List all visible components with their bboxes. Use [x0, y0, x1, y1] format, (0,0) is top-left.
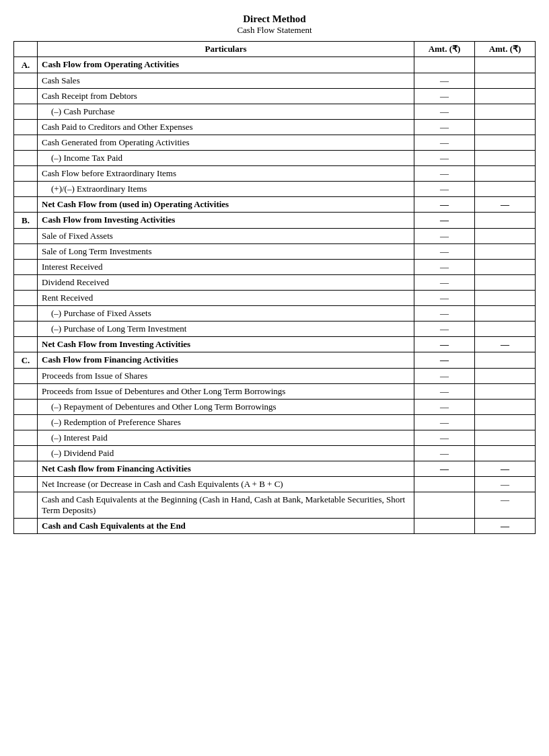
table-row: Net Cash flow from Financing Activities—…: [14, 461, 536, 477]
particulars-cell: (–) Purchase of Long Term Investment: [38, 322, 414, 337]
amt2-cell: —: [475, 492, 536, 519]
index-cell: [14, 275, 38, 291]
table-row: Interest Received—: [14, 260, 536, 275]
index-cell: B.: [14, 213, 38, 229]
table-row: (+)/(–) Extraordinary Items—: [14, 182, 536, 197]
particulars-cell: (–) Purchase of Fixed Assets: [38, 306, 414, 322]
index-cell: [14, 400, 38, 415]
particulars-cell: Cash Flow from Operating Activities: [38, 57, 414, 73]
particulars-cell: Cash Flow from Financing Activities: [38, 352, 414, 369]
index-cell: [14, 306, 38, 322]
particulars-cell: (–) Income Tax Paid: [38, 151, 414, 166]
particulars-cell: (+)/(–) Extraordinary Items: [38, 182, 414, 197]
amt2-cell: —: [475, 519, 536, 534]
table-row: Proceeds from Issue of Shares—: [14, 369, 536, 384]
index-cell: [14, 244, 38, 260]
amt2-cell: —: [475, 197, 536, 213]
index-cell: [14, 430, 38, 446]
amt2-cell: [475, 89, 536, 104]
header-index: [14, 42, 38, 57]
table-row: (–) Dividend Paid—: [14, 446, 536, 461]
particulars-cell: Net Cash flow from Financing Activities: [38, 461, 414, 477]
amt2-cell: [475, 57, 536, 73]
amt2-cell: [475, 352, 536, 369]
amt1-cell: —: [414, 89, 475, 104]
header-particulars: Particulars: [38, 42, 414, 57]
index-cell: [14, 369, 38, 384]
table-row: Proceeds from Issue of Debentures and Ot…: [14, 384, 536, 400]
amt1-cell: [414, 492, 475, 519]
amt1-cell: —: [414, 213, 475, 229]
amt2-cell: [475, 400, 536, 415]
table-row: Cash Flow before Extraordinary Items—: [14, 166, 536, 182]
index-cell: [14, 89, 38, 104]
table-row: Net Cash Flow from (used in) Operating A…: [14, 197, 536, 213]
particulars-cell: Sale of Fixed Assets: [38, 229, 414, 244]
amt1-cell: —: [414, 73, 475, 89]
amt2-cell: —: [475, 477, 536, 492]
particulars-cell: (–) Redemption of Preference Shares: [38, 415, 414, 430]
amt2-cell: [475, 229, 536, 244]
amt2-cell: —: [475, 337, 536, 352]
particulars-cell: Proceeds from Issue of Shares: [38, 369, 414, 384]
particulars-cell: Cash Paid to Creditors and Other Expense…: [38, 120, 414, 135]
amt1-cell: —: [414, 104, 475, 120]
amt1-cell: —: [414, 400, 475, 415]
index-cell: [14, 151, 38, 166]
index-cell: [14, 229, 38, 244]
amt1-cell: —: [414, 260, 475, 275]
header-amt1: Amt. (₹): [414, 42, 475, 57]
particulars-cell: Cash Receipt from Debtors: [38, 89, 414, 104]
amt2-cell: [475, 213, 536, 229]
table-row: Cash Paid to Creditors and Other Expense…: [14, 120, 536, 135]
amt1-cell: —: [414, 352, 475, 369]
table-row: Dividend Received—: [14, 275, 536, 291]
table-row: (–) Repayment of Debentures and Other Lo…: [14, 400, 536, 415]
amt2-cell: [475, 151, 536, 166]
particulars-cell: (–) Cash Purchase: [38, 104, 414, 120]
amt1-cell: —: [414, 229, 475, 244]
table-row: B.Cash Flow from Investing Activities—: [14, 213, 536, 229]
index-cell: [14, 322, 38, 337]
index-cell: A.: [14, 57, 38, 73]
index-cell: [14, 182, 38, 197]
particulars-cell: (–) Dividend Paid: [38, 446, 414, 461]
particulars-cell: Cash and Cash Equivalents at the Beginni…: [38, 492, 414, 519]
table-row: Net Cash Flow from Investing Activities—…: [14, 337, 536, 352]
amt1-cell: —: [414, 322, 475, 337]
index-cell: [14, 337, 38, 352]
amt1-cell: —: [414, 197, 475, 213]
particulars-cell: Sale of Long Term Investments: [38, 244, 414, 260]
particulars-cell: Interest Received: [38, 260, 414, 275]
amt1-cell: [414, 519, 475, 534]
index-cell: [14, 260, 38, 275]
amt1-cell: —: [414, 182, 475, 197]
amt1-cell: —: [414, 151, 475, 166]
amt1-cell: —: [414, 291, 475, 306]
amt2-cell: [475, 369, 536, 384]
header-amt2: Amt. (₹): [475, 42, 536, 57]
amt2-cell: —: [475, 461, 536, 477]
amt2-cell: [475, 182, 536, 197]
table-row: Cash and Cash Equivalents at the End—: [14, 519, 536, 534]
index-cell: [14, 73, 38, 89]
amt1-cell: —: [414, 415, 475, 430]
amt1-cell: —: [414, 275, 475, 291]
index-cell: [14, 461, 38, 477]
amt2-cell: [475, 306, 536, 322]
particulars-cell: Cash Flow before Extraordinary Items: [38, 166, 414, 182]
table-row: Sale of Fixed Assets—: [14, 229, 536, 244]
amt2-cell: [475, 446, 536, 461]
particulars-cell: Net Increase (or Decrease in Cash and Ca…: [38, 477, 414, 492]
amt2-cell: [475, 275, 536, 291]
amt2-cell: [475, 322, 536, 337]
amt1-cell: —: [414, 166, 475, 182]
title-section: Direct Method Cash Flow Statement: [13, 13, 536, 36]
index-cell: [14, 135, 38, 151]
table-row: Net Increase (or Decrease in Cash and Ca…: [14, 477, 536, 492]
amt1-cell: —: [414, 306, 475, 322]
table-row: Rent Received—: [14, 291, 536, 306]
particulars-cell: Net Cash Flow from (used in) Operating A…: [38, 197, 414, 213]
particulars-cell: Proceeds from Issue of Debentures and Ot…: [38, 384, 414, 400]
page: Direct Method Cash Flow Statement Partic…: [13, 13, 536, 534]
